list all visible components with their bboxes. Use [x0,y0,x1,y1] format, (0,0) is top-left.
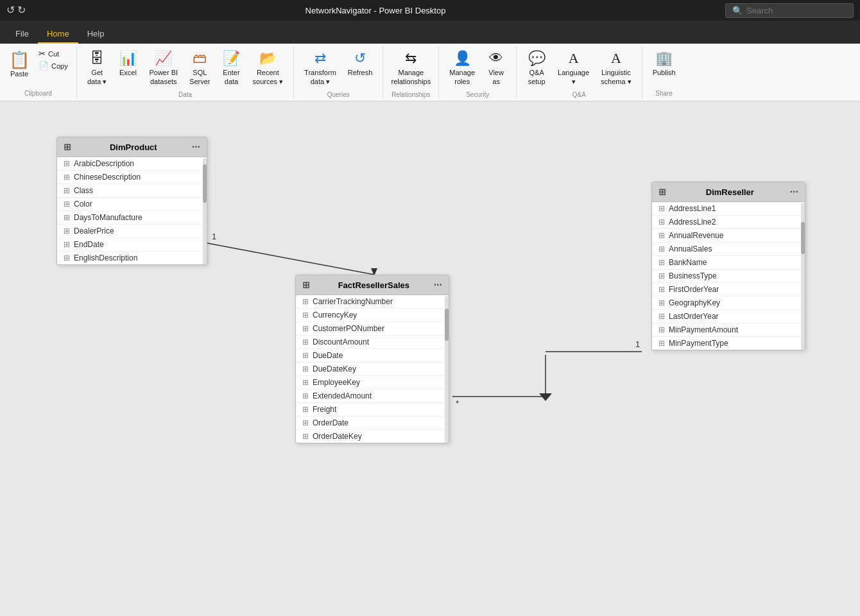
language-button[interactable]: A Language▾ [553,47,594,89]
qa-setup-button[interactable]: 💬 Q&Asetup [522,47,551,89]
search-input[interactable] [746,6,843,15]
cut-button[interactable]: ✂ Cut [36,47,71,60]
publish-button[interactable]: 🏢 Publish [648,47,681,80]
cut-icon: ✂ [39,49,46,58]
data-group-label: Data [82,89,288,98]
ribbon-group-clipboard: 📋 Paste ✂ Cut 📄 Copy Clipboard [0,46,77,98]
linguistic-schema-button[interactable]: A Linguisticschema ▾ [596,47,637,89]
paste-button[interactable]: 📋 Paste [5,47,33,80]
field-icon: ⊞ [302,351,309,360]
refresh-button[interactable]: ↺ Refresh [343,47,378,80]
clipboard-group-label: Clipboard [5,87,71,97]
table-row: ⊞DueDate [296,349,449,363]
field-icon: ⊞ [64,159,70,168]
table-row: ⊞CurrencyKey [296,309,449,322]
clipboard-items: 📋 Paste ✂ Cut 📄 Copy [5,47,71,87]
field-icon: ⊞ [64,173,70,182]
copy-icon: 📄 [39,61,49,71]
copy-button[interactable]: 📄 Copy [36,60,71,72]
table-row: ⊞DueDateKey [296,363,449,376]
redo-button[interactable]: ↻ [17,5,26,15]
qa-group-label: Q&A [522,89,637,98]
table-row: ⊞BankName [652,256,805,270]
relationships-group-label: Relationships [388,89,433,98]
recent-sources-button[interactable]: 📂 Recentsources ▾ [248,47,289,89]
field-icon: ⊞ [658,231,665,240]
ribbon-tabs: File Home Help [0,21,860,44]
dim-reseller-body: ⊞AddressLine1 ⊞AddressLine2 ⊞AnnualReven… [652,202,805,350]
field-icon: ⊞ [302,391,309,400]
ribbon-group-qa: 💬 Q&Asetup A Language▾ A Linguisticschem… [517,46,642,98]
transform-data-button[interactable]: ⇄ Transformdata ▾ [299,47,341,89]
rel-label-star-right: * [456,398,459,408]
get-data-button[interactable]: 🗄 Getdata ▾ [82,47,112,89]
search-bar[interactable]: 🔍 [725,3,854,18]
qa-items: 💬 Q&Asetup A Language▾ A Linguisticschem… [522,47,637,89]
field-icon: ⊞ [658,339,665,348]
share-group-label: Share [648,87,681,97]
share-items: 🏢 Publish [648,47,681,87]
get-data-icon: 🗄 [90,50,104,67]
title-bar-left: ↺ ↻ [6,5,26,15]
field-icon: ⊞ [658,325,665,334]
table-row: ⊞CustomerPONumber [296,322,449,336]
title-bar: ↺ ↻ NetworkNavigator - Power BI Desktop … [0,0,860,21]
undo-button[interactable]: ↺ [6,5,15,15]
publish-icon: 🏢 [655,50,673,67]
table-row: ⊞MinPaymentAmount [652,323,805,337]
table-row: ⊞BusinessType [652,270,805,283]
table-row: ⊞OrderDateKey [296,430,449,443]
sql-server-button[interactable]: 🗃 SQLServer [184,47,215,89]
field-icon: ⊞ [64,213,70,222]
refresh-icon: ↺ [354,50,366,67]
dim-product-more[interactable]: ··· [192,141,200,153]
manage-relationships-button[interactable]: ⇆ Managerelationships [388,47,433,89]
field-icon: ⊞ [64,253,70,262]
field-icon: ⊞ [302,432,309,441]
table-row: ⊞Color [57,198,207,211]
language-icon: A [569,50,579,67]
power-bi-label: Power BIdatasets [149,69,178,85]
copy-label: Copy [51,62,68,70]
field-icon: ⊞ [302,364,309,373]
table-row: ⊞DiscountAmount [296,336,449,349]
field-icon: ⊞ [658,244,665,253]
view-as-button[interactable]: 👁 Viewas [481,47,511,89]
table-row: ⊞EmployeeKey [296,376,449,389]
tab-help[interactable]: Help [78,25,114,44]
paste-icon: 📋 [9,50,30,70]
ribbon-group-security: 👤 Manageroles 👁 Viewas Security [439,46,517,98]
table-row: ⊞AddressLine1 [652,202,805,216]
fact-header: ⊞ FactResellerSales ··· [296,275,449,295]
tab-home[interactable]: Home [38,25,78,44]
tab-file[interactable]: File [6,25,38,44]
transform-label: Transformdata ▾ [304,69,336,85]
table-row: ⊞LastOrderYear [652,310,805,323]
search-icon: 🔍 [732,6,743,15]
table-row: ⊞CarrierTrackingNumber [296,295,449,309]
sql-icon: 🗃 [193,50,207,67]
table-row: ⊞ChineseDescription [57,171,207,184]
canvas-area: 1 * 1 * ⊞ DimProduct ··· ⊞ArabicDescript… [0,101,860,616]
ribbon-group-queries: ⇄ Transformdata ▾ ↺ Refresh Queries [294,46,383,98]
ribbon: 📋 Paste ✂ Cut 📄 Copy Clipboard [0,44,860,101]
queries-group-label: Queries [299,89,377,98]
undo-redo-controls: ↺ ↻ [6,5,26,15]
power-bi-datasets-button[interactable]: 📈 Power BIdatasets [144,47,183,89]
field-icon: ⊞ [658,218,665,227]
enter-data-button[interactable]: 📝 Enterdata [217,47,246,89]
fact-body: ⊞CarrierTrackingNumber ⊞CurrencyKey ⊞Cus… [296,295,449,443]
recent-sources-label: Recentsources ▾ [253,69,284,85]
fact-more[interactable]: ··· [434,279,442,291]
dim-reseller-more[interactable]: ··· [790,186,798,198]
field-icon: ⊞ [302,405,309,414]
excel-button[interactable]: 📊 Excel [113,47,142,80]
table-row: ⊞EnglishDescription [57,252,207,264]
table-row: ⊞MinPaymentType [652,337,805,350]
security-group-label: Security [444,89,511,98]
dim-product-header: ⊞ DimProduct ··· [57,137,207,157]
table-row: ⊞ArabicDescription [57,157,207,171]
excel-icon: 📊 [119,50,137,67]
manage-roles-button[interactable]: 👤 Manageroles [444,47,480,89]
table-row: ⊞Freight [296,403,449,416]
